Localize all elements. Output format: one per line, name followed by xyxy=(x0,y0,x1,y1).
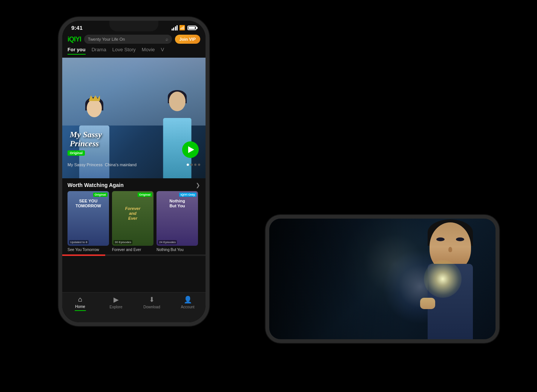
bottom-nav-home[interactable]: ⌂ Home xyxy=(62,296,98,311)
card-badge-2: Original xyxy=(138,193,152,197)
app-header: iQIYI Twenty Your Life On ⌕ Join VIP xyxy=(62,32,206,47)
dot-2 xyxy=(190,164,193,166)
card-thumb-3: iQIYI Only NothingBut You 24 Episodes xyxy=(156,191,198,246)
card-see-you-tomorrow[interactable]: Original SEE YOUTOMORROW Updated to 8 Se… xyxy=(68,191,109,252)
hero-banner[interactable]: My SassyPrincess Original My Sassy Princ… xyxy=(62,58,206,178)
hero-title-overlay: My SassyPrincess xyxy=(70,130,102,148)
card-thumb-1: Original SEE YOUTOMORROW Updated to 8 xyxy=(68,191,109,246)
play-icon xyxy=(188,146,194,153)
dot-4 xyxy=(198,164,200,166)
play-button[interactable] xyxy=(182,141,199,158)
tab-v[interactable]: V xyxy=(161,47,164,55)
hero-info: My Sassy Princess China's mainland xyxy=(68,162,200,167)
hero-title-text: My SassyPrincess xyxy=(70,130,102,148)
phone-landscape xyxy=(265,215,499,343)
woman-head xyxy=(87,99,102,117)
hero-title-label: My Sassy Princess xyxy=(68,162,103,167)
carousel-dots xyxy=(187,164,200,166)
search-text: Twenty Your Life On xyxy=(88,37,163,41)
scene-vignette xyxy=(269,219,496,339)
landscape-scene xyxy=(269,219,496,339)
home-icon: ⌂ xyxy=(78,296,82,303)
section-title: Worth Watching Again xyxy=(68,182,124,188)
tab-movie[interactable]: Movie xyxy=(142,47,155,55)
card-title-2: Forever and Ever xyxy=(112,247,153,252)
woman-crown xyxy=(89,95,100,101)
wifi-icon: 📶 xyxy=(179,25,185,31)
account-label: Account xyxy=(181,305,194,309)
worth-watching-section: Worth Watching Again ❯ Original SEE YOUT… xyxy=(62,178,206,254)
search-icon[interactable]: ⌕ xyxy=(166,37,168,42)
card-title-1: See You Tomorrow xyxy=(68,247,109,252)
tab-drama[interactable]: Drama xyxy=(92,47,106,55)
card-title-3: Nothing But You xyxy=(156,247,198,252)
account-icon: 👤 xyxy=(184,296,192,304)
bottom-nav-account[interactable]: 👤 Account xyxy=(170,296,206,309)
man-head xyxy=(169,92,186,111)
app-logo: iQIYI xyxy=(68,35,81,43)
card-episode-2: 30 Episodes xyxy=(114,240,132,244)
section-header: Worth Watching Again ❯ xyxy=(68,182,200,188)
original-badge: Original xyxy=(68,150,85,156)
download-icon: ⬇ xyxy=(149,296,155,304)
card-thumb-2: Original ForeverandEver 30 Episodes xyxy=(112,191,153,246)
card-forever-and-ever[interactable]: Original ForeverandEver 30 Episodes Fore… xyxy=(112,191,153,252)
card-nothing-but-you[interactable]: iQIYI Only NothingBut You 24 Episodes No… xyxy=(156,191,198,252)
explore-icon: ▶ xyxy=(114,296,119,304)
nav-tabs: For you Drama Love Story Movie V xyxy=(62,47,206,58)
join-vip-button[interactable]: Join VIP xyxy=(175,35,200,44)
bottom-nav-explore[interactable]: ▶ Explore xyxy=(98,296,134,309)
status-time: 9:41 xyxy=(71,24,83,31)
tab-for-you[interactable]: For you xyxy=(68,47,86,55)
dot-3 xyxy=(194,164,196,166)
bottom-nav: ⌂ Home ▶ Explore ⬇ Download 👤 Account xyxy=(62,292,206,322)
search-bar[interactable]: Twenty Your Life On ⌕ xyxy=(84,35,172,44)
progress-strip xyxy=(62,254,206,256)
phone-portrait: 9:41 📶 iQIYI Twenty Your Life On ⌕ Join … xyxy=(58,17,209,326)
progress-fill xyxy=(62,254,105,256)
card-episode-1: Updated to 8 xyxy=(69,240,89,244)
card-badge-1: Original xyxy=(93,193,107,197)
explore-label: Explore xyxy=(110,305,123,309)
home-active-indicator xyxy=(75,310,86,311)
status-icons: 📶 xyxy=(172,25,197,31)
battery-icon xyxy=(187,26,196,30)
notch xyxy=(109,21,158,31)
hero-subtitle-label: China's mainland xyxy=(105,162,137,167)
download-label: Download xyxy=(143,305,160,309)
hero-info-text: My Sassy Princess China's mainland xyxy=(68,162,137,167)
card-badge-3: iQIYI Only xyxy=(179,193,196,197)
cards-row: Original SEE YOUTOMORROW Updated to 8 Se… xyxy=(68,191,200,252)
card-episode-3: 24 Episodes xyxy=(158,240,177,244)
signal-bars-icon xyxy=(172,25,178,31)
tab-love-story[interactable]: Love Story xyxy=(112,47,136,55)
dot-1 xyxy=(187,164,189,166)
bottom-nav-download[interactable]: ⬇ Download xyxy=(134,296,170,309)
section-more-arrow[interactable]: ❯ xyxy=(196,182,200,188)
home-label: Home xyxy=(75,305,85,309)
